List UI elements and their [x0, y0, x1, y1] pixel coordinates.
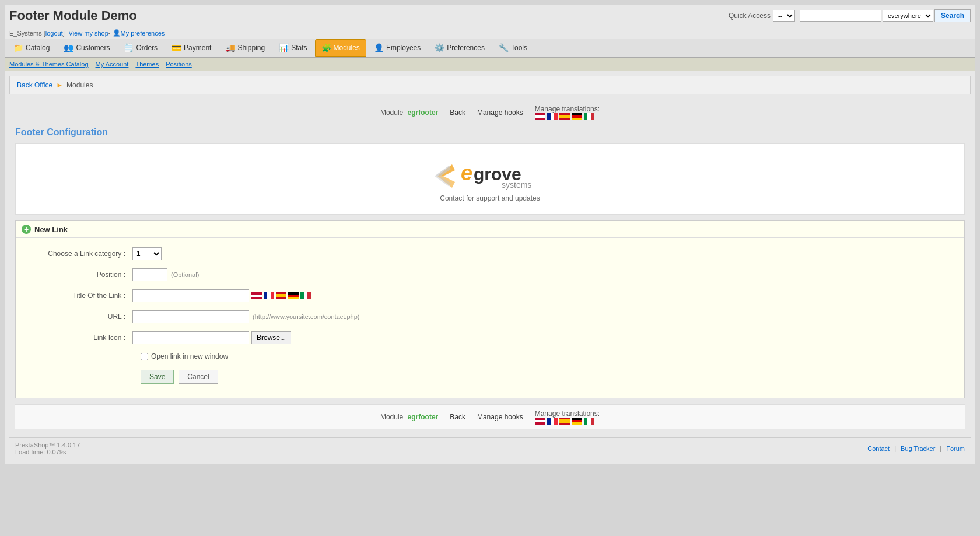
nav-item-shipping[interactable]: 🚚 Shipping [219, 39, 271, 57]
position-label: Position : [27, 271, 132, 279]
nav-label-preferences: Preferences [447, 44, 485, 52]
modules-icon: 🧩 [321, 43, 331, 52]
view-shop-link[interactable]: View my shop [69, 30, 108, 37]
position-row: Position : (Optional) [27, 268, 953, 281]
logo-area: e grove systems Contact for support and … [15, 143, 965, 215]
stats-icon: 📊 [279, 43, 289, 52]
flag-it-title[interactable] [300, 292, 311, 299]
title-row: Title Of the Link : [27, 289, 953, 302]
nav-item-catalog[interactable]: 📁 Catalog [7, 39, 56, 57]
flag-de-title[interactable] [288, 292, 299, 299]
customers-icon: 👥 [64, 43, 74, 52]
link-category-select[interactable]: 1 2 3 [132, 247, 162, 260]
nav-item-employees[interactable]: 👤 Employees [368, 39, 427, 57]
translation-flags-bottom [535, 418, 600, 425]
manage-hooks-link-top[interactable]: Manage hooks [477, 108, 523, 117]
footer-sep2: | [940, 445, 942, 452]
search-input[interactable] [800, 10, 881, 22]
shipping-icon: 🚚 [225, 43, 235, 52]
optional-text: (Optional) [171, 271, 199, 278]
main-navigation: 📁 Catalog 👥 Customers 🗒️ Orders 💳 Paymen… [5, 39, 975, 58]
browse-button[interactable]: Browse... [251, 331, 291, 344]
search-button[interactable]: Search [935, 9, 971, 22]
module-name-bottom: egrfooter [408, 413, 439, 421]
subnav-my-account[interactable]: My Account [96, 61, 129, 68]
nav-item-preferences[interactable]: ⚙️ Preferences [428, 39, 491, 57]
subnav-themes[interactable]: Themes [135, 61, 159, 68]
manage-hooks-link-bottom[interactable]: Manage hooks [477, 413, 523, 421]
link-icon-input[interactable] [132, 331, 249, 344]
version-text: PrestaShop™ 1.4.0.17 [15, 442, 80, 449]
flag-fr-title[interactable] [264, 292, 274, 299]
subnav-positions[interactable]: Positions [166, 61, 192, 68]
forum-link[interactable]: Forum [946, 445, 965, 452]
position-input[interactable] [132, 268, 167, 281]
flag-es-bottom[interactable] [559, 418, 570, 425]
app-title: Footer Module Demo [9, 8, 137, 23]
title-input[interactable] [132, 289, 249, 302]
link-icon-row: Link Icon : Browse... [27, 331, 953, 344]
breadcrumb-separator: ► [56, 81, 63, 89]
nav-label-employees: Employees [386, 44, 421, 52]
svg-text:e: e [461, 161, 473, 185]
flag-fr-bottom[interactable] [547, 418, 558, 425]
subnav-modules-catalog[interactable]: Modules & Themes Catalog [9, 61, 89, 68]
flag-de-top[interactable] [572, 113, 582, 120]
back-link-top[interactable]: Back [450, 108, 466, 117]
footer-sep1: | [894, 445, 896, 452]
manage-trans-bottom: Manage translations: [535, 409, 600, 425]
nav-item-tools[interactable]: 🔧 Tools [492, 39, 534, 57]
tools-icon: 🔧 [499, 43, 509, 52]
new-link-header: + New Link [16, 221, 964, 238]
open-new-window-label: Open link in new window [151, 352, 228, 360]
module-bar-bottom: Module egrfooter Back Manage hooks Manag… [15, 404, 965, 429]
nav-item-payment[interactable]: 💳 Payment [165, 39, 218, 57]
footer-version-info: PrestaShop™ 1.4.0.17 Load time: 0.079s [15, 442, 80, 456]
contact-link[interactable]: Contact [867, 445, 890, 452]
bug-tracker-link[interactable]: Bug Tracker [901, 445, 935, 452]
nav-item-orders[interactable]: 🗒️ Orders [117, 39, 164, 57]
flag-it-bottom[interactable] [584, 418, 594, 425]
flag-es-top[interactable] [559, 113, 570, 120]
back-link-bottom[interactable]: Back [450, 413, 466, 421]
logo-tagline: Contact for support and updates [440, 194, 540, 202]
logout-link[interactable]: logout [46, 30, 63, 37]
nav-label-catalog: Catalog [26, 44, 50, 52]
quick-access-label: Quick Access [729, 12, 771, 20]
nav-item-modules[interactable]: 🧩 Modules [315, 39, 366, 57]
nav-item-stats[interactable]: 📊 Stats [272, 39, 313, 57]
url-row: URL : (http://www.yoursite.com/contact.p… [27, 310, 953, 323]
footer-config-title: Footer Configuration [15, 127, 965, 138]
orders-icon: 🗒️ [124, 43, 134, 52]
quick-access-select[interactable]: -- [773, 10, 795, 22]
nav-item-customers[interactable]: 👥 Customers [57, 39, 116, 57]
url-input[interactable] [132, 310, 249, 323]
save-button[interactable]: Save [141, 370, 174, 384]
url-label: URL : [27, 313, 132, 321]
nav-label-orders: Orders [136, 44, 158, 52]
flag-us-bottom[interactable] [535, 418, 545, 425]
flag-us-top[interactable] [535, 113, 545, 120]
load-time-text: Load time: 0.079s [15, 449, 80, 456]
flag-fr-top[interactable] [547, 113, 558, 120]
nav-label-shipping: Shipping [237, 44, 265, 52]
new-link-icon: + [22, 225, 31, 234]
new-link-title: New Link [34, 225, 68, 234]
catalog-icon: 📁 [13, 43, 23, 52]
nav-label-customers: Customers [76, 44, 110, 52]
preferences-link[interactable]: My preferences [121, 30, 165, 37]
preferences-icon: ⚙️ [435, 43, 444, 52]
nav-label-stats: Stats [291, 44, 307, 52]
new-link-section: + New Link Choose a Link category : 1 2 … [15, 220, 965, 398]
sub-navigation: Modules & Themes Catalog My Account Them… [5, 58, 975, 71]
flag-es-title[interactable] [276, 292, 286, 299]
flag-it-top[interactable] [584, 113, 594, 120]
open-new-window-checkbox[interactable] [141, 353, 148, 360]
flag-de-bottom[interactable] [572, 418, 582, 425]
employees-icon: 👤 [374, 43, 384, 52]
form-actions: Save Cancel [141, 370, 953, 384]
breadcrumb-back-office[interactable]: Back Office [17, 81, 52, 89]
flag-us-title[interactable] [251, 292, 262, 299]
search-scope-select[interactable]: everywhere products categories [883, 10, 933, 22]
cancel-button[interactable]: Cancel [178, 370, 218, 384]
